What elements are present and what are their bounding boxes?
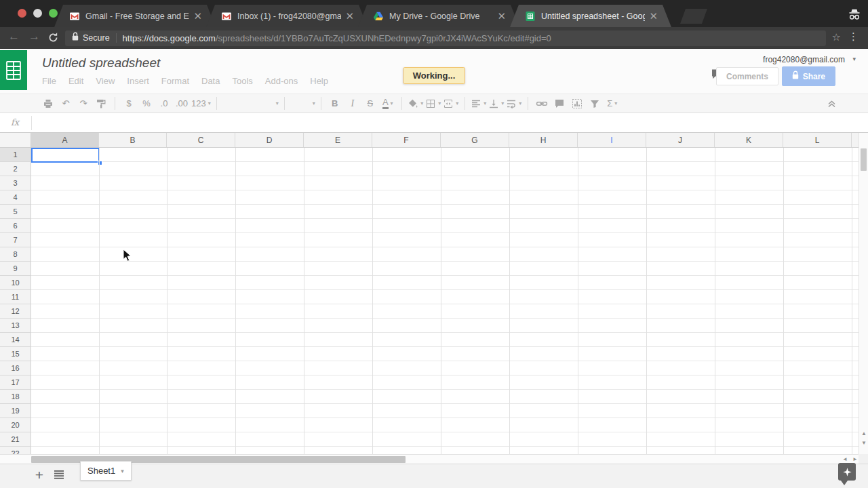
vertical-scrollbar[interactable]: ▲ ▼ (859, 133, 868, 454)
decrease-decimal-icon[interactable]: .0 (156, 96, 172, 112)
menu-format[interactable]: Format (155, 74, 195, 88)
column-header-partial[interactable] (852, 133, 859, 148)
column-header-C[interactable]: C (167, 133, 235, 148)
font-size-dropdown[interactable]: ▾ (290, 96, 315, 112)
browser-tab[interactable]: Gmail - Free Storage and Emai✕ (54, 5, 216, 27)
row-header-13[interactable]: 13 (0, 319, 31, 333)
forward-icon[interactable]: → (28, 30, 40, 43)
row-header-17[interactable]: 17 (0, 375, 31, 390)
filter-icon[interactable] (587, 96, 603, 112)
add-sheet-button[interactable]: + (31, 466, 47, 485)
text-wrap-icon[interactable]: ▾ (506, 96, 522, 112)
menu-help[interactable]: Help (304, 74, 334, 88)
row-header-4[interactable]: 4 (0, 190, 31, 205)
menu-tools[interactable]: Tools (226, 74, 258, 88)
browser-menu-icon[interactable]: ⋮ (848, 30, 859, 43)
menu-file[interactable]: File (36, 74, 62, 88)
column-header-H[interactable]: H (509, 133, 578, 148)
print-icon[interactable] (40, 96, 56, 112)
row-header-3[interactable]: 3 (0, 176, 31, 190)
merge-cells-icon[interactable]: ▾ (443, 96, 459, 112)
redo-icon[interactable]: ↷ (75, 96, 92, 112)
collapse-toolbar-icon[interactable] (827, 98, 837, 110)
row-header-5[interactable]: 5 (0, 205, 31, 219)
column-header-D[interactable]: D (235, 133, 304, 148)
row-header-6[interactable]: 6 (0, 219, 31, 233)
row-header-7[interactable]: 7 (0, 233, 31, 247)
window-minimize-button[interactable] (33, 9, 42, 18)
functions-icon[interactable]: Σ▾ (604, 96, 620, 112)
menu-data[interactable]: Data (195, 74, 226, 88)
tab-close-icon[interactable]: ✕ (193, 11, 202, 21)
row-header-12[interactable]: 12 (0, 304, 31, 319)
borders-icon[interactable]: ▾ (425, 96, 441, 112)
column-header-L[interactable]: L (783, 133, 852, 148)
horizontal-align-icon[interactable]: ▾ (471, 96, 487, 112)
reload-icon[interactable] (47, 32, 59, 46)
column-header-B[interactable]: B (99, 133, 167, 148)
row-header-20[interactable]: 20 (0, 418, 31, 432)
tab-close-icon[interactable]: ✕ (649, 11, 658, 21)
comments-button[interactable]: Comments (716, 67, 778, 85)
row-header-11[interactable]: 11 (0, 290, 31, 304)
row-header-19[interactable]: 19 (0, 404, 31, 418)
formula-bar[interactable]: fx (0, 113, 868, 133)
menu-add-ons[interactable]: Add-ons (259, 74, 304, 88)
increase-decimal-icon[interactable]: .00 (174, 96, 190, 112)
format-currency-icon[interactable]: $ (121, 96, 137, 112)
scroll-up-icon[interactable]: ▲ (859, 430, 868, 436)
document-title[interactable]: Untitled spreadsheet (42, 56, 160, 70)
row-header-21[interactable]: 21 (0, 432, 31, 447)
row-header-8[interactable]: 8 (0, 247, 31, 262)
insert-comment-icon[interactable] (551, 96, 568, 112)
column-header-F[interactable]: F (372, 133, 441, 148)
row-header-9[interactable]: 9 (0, 262, 31, 276)
menu-edit[interactable]: Edit (62, 74, 90, 88)
insert-chart-icon[interactable] (569, 96, 585, 112)
vertical-scrollbar-thumb[interactable] (861, 148, 867, 171)
column-header-K[interactable]: K (715, 133, 783, 148)
undo-icon[interactable]: ↶ (58, 96, 74, 112)
all-sheets-icon[interactable] (54, 470, 65, 483)
bold-icon[interactable]: B (327, 96, 343, 112)
row-header-14[interactable]: 14 (0, 333, 31, 347)
row-header-10[interactable]: 10 (0, 276, 31, 290)
row-header-22[interactable]: 22 (0, 447, 31, 454)
account-email[interactable]: frog42080@gmail.com (763, 55, 845, 64)
row-header-15[interactable]: 15 (0, 347, 31, 361)
scroll-down-icon[interactable]: ▼ (859, 440, 868, 446)
text-color-icon[interactable]: A▾ (380, 96, 396, 112)
row-header-18[interactable]: 18 (0, 390, 31, 404)
column-header-G[interactable]: G (441, 133, 509, 148)
font-family-dropdown[interactable]: ▾ (222, 96, 279, 112)
strikethrough-icon[interactable]: S (362, 96, 378, 112)
insert-link-icon[interactable] (534, 96, 550, 112)
scroll-right-icon[interactable]: ► (852, 456, 858, 462)
browser-tab[interactable]: Inbox (1) - frog42080@gmail.c✕ (206, 5, 368, 27)
window-close-button[interactable] (18, 9, 26, 18)
cell-grid[interactable] (31, 148, 859, 454)
sheet-tab-caret-icon[interactable]: ▾ (121, 468, 124, 474)
fill-color-icon[interactable]: ▾ (408, 96, 424, 112)
bookmark-star-icon[interactable]: ☆ (832, 31, 841, 43)
vertical-align-icon[interactable]: ▾ (488, 96, 505, 112)
explore-button[interactable] (838, 463, 856, 481)
scroll-left-icon[interactable]: ◄ (842, 456, 848, 462)
column-header-I[interactable]: I (578, 133, 646, 148)
back-icon[interactable]: ← (8, 30, 20, 43)
browser-tab[interactable]: My Drive - Google Drive✕ (358, 5, 519, 27)
account-caret-icon[interactable]: ▾ (852, 56, 856, 62)
column-header-J[interactable]: J (646, 133, 715, 148)
browser-tab[interactable]: Untitled spreadsheet - Google✕ (510, 5, 671, 27)
menu-view[interactable]: View (90, 74, 121, 88)
tab-close-icon[interactable]: ✕ (345, 11, 354, 21)
url-field[interactable]: Secure https://docs.google.com/spreadshe… (65, 30, 826, 46)
new-tab-button[interactable] (680, 9, 707, 24)
row-header-1[interactable]: 1 (0, 148, 31, 162)
select-all-corner[interactable] (0, 133, 31, 148)
format-percent-icon[interactable]: % (138, 96, 155, 112)
sheets-logo[interactable] (0, 50, 27, 90)
share-button[interactable]: Share (782, 66, 835, 86)
column-header-A[interactable]: A (31, 133, 99, 148)
number-format-icon[interactable]: 123▾ (191, 96, 211, 112)
